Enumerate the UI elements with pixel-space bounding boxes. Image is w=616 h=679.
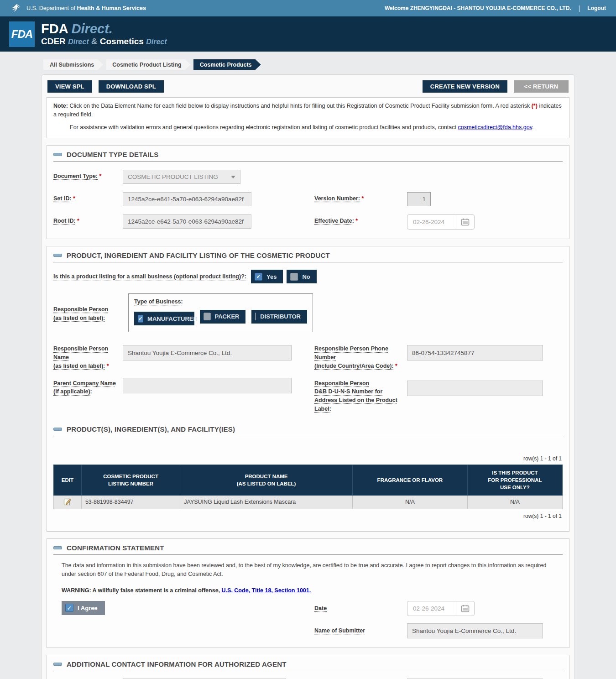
date-label[interactable]: Date (314, 601, 407, 616)
name-of-submitter-label[interactable]: Name of Submitter (314, 623, 407, 638)
main-content-card: VIEW SPL DOWNLOAD SPL CREATE NEW VERSION… (41, 74, 575, 679)
assistance-text: For assistance with validation errors an… (53, 123, 563, 132)
hhs-top-bar: U.S. Department of Health & Human Servic… (0, 0, 616, 16)
business-type-distributor-checkbox[interactable]: DISTRIBUTOR (251, 310, 307, 324)
products-table-header: PRODUCT(S), INGREDIENT(S), AND FACILITY(… (53, 425, 563, 436)
confirmation-header: CONFIRMATION STATEMENT (53, 544, 563, 555)
calendar-icon[interactable] (456, 601, 474, 616)
responsible-person-name-label[interactable]: Responsible Person Name (as listed on la… (53, 342, 123, 370)
breadcrumb-cosmetic-products[interactable]: Cosmetic Products (193, 59, 261, 70)
root-id-label[interactable]: Root ID: * (53, 214, 123, 230)
type-of-business-label[interactable]: Type of Business: (134, 298, 307, 306)
responsible-person-name-input[interactable] (123, 345, 292, 360)
collapse-icon[interactable] (53, 254, 62, 257)
warning-text: WARNING: A willfully false statement is … (53, 587, 563, 594)
duns-number-label[interactable]: Responsible Person D&B D-U-N-S Number fo… (314, 377, 407, 413)
responsible-person-phone-label[interactable]: Responsible Person Phone Number (Include… (314, 342, 407, 370)
version-number-input[interactable] (407, 192, 431, 206)
col-header-listing-number: COSMETIC PRODUCT LISTING NUMBER (81, 465, 180, 495)
responsible-person-phone-input[interactable] (407, 345, 543, 360)
cell-product-name: JAYSUING Liquid Lash Extensions Mascara (180, 495, 353, 509)
chevron-down-icon (231, 176, 235, 178)
set-id-input[interactable] (123, 192, 251, 206)
app-header: FDA FDA Direct. CDER Direct & Cosmetics … (0, 16, 616, 52)
small-business-label[interactable]: Is this a product listing for a small bu… (53, 272, 246, 281)
checkbox-unchecked-icon (204, 313, 210, 320)
section-title: ADDITIONAL CONTACT INFORMATION FOR AUTHO… (67, 660, 287, 668)
confirmation-date-value[interactable]: 02-26-2024 (407, 601, 456, 616)
business-type-packer-checkbox[interactable]: PACKER (200, 310, 245, 324)
collapse-icon[interactable] (53, 153, 62, 156)
hhs-eagle-icon (10, 3, 22, 13)
small-business-no-checkbox[interactable]: No (287, 270, 316, 283)
checkbox-checked-icon: ✓ (138, 315, 143, 323)
root-id-input[interactable] (123, 214, 251, 229)
document-type-label[interactable]: Document Type: * (53, 170, 123, 184)
cosmeticsdirect-email-link[interactable]: cosmeticsdirect@fda.hhs.gov (458, 124, 532, 131)
col-header-fragrance: FRAGRANCE OR FLAVOR (352, 465, 467, 495)
fda-direct-title: FDA Direct. (41, 22, 167, 36)
collapse-icon[interactable] (53, 546, 62, 549)
document-type-select[interactable]: COSMETIC PRODUCT LISTING (123, 170, 240, 184)
cell-fragrance: N/A (352, 495, 467, 509)
topbar-divider: | (579, 5, 580, 12)
version-number-label[interactable]: Version Number: * (314, 192, 407, 203)
products-table: EDIT COSMETIC PRODUCT LISTING NUMBER PRO… (53, 465, 563, 509)
breadcrumb: All Submissions Cosmetic Product Listing… (43, 59, 616, 70)
toolbar: VIEW SPL DOWNLOAD SPL CREATE NEW VERSION… (47, 80, 569, 93)
create-new-version-button[interactable]: CREATE NEW VERSION (423, 80, 507, 93)
col-header-professional-use: IS THIS PRODUCT FOR PROFESSIONAL USE ONL… (467, 465, 562, 495)
checkbox-unchecked-icon (290, 273, 298, 281)
product-section-header: PRODUCT, INGREDIENT AND FACILITY LISTING… (53, 251, 563, 262)
checkbox-unchecked-icon (255, 313, 256, 320)
confirmation-statement-section: CONFIRMATION STATEMENT The data and info… (47, 538, 569, 648)
section-title: CONFIRMATION STATEMENT (67, 544, 164, 552)
cder-cosmetics-subtitle: CDER Direct & Cosmetics Direct (41, 37, 167, 46)
app-title: FDA Direct. CDER Direct & Cosmetics Dire… (41, 22, 167, 46)
duns-number-input[interactable] (407, 381, 543, 396)
product-ingredient-facility-section: PRODUCT, INGREDIENT AND FACILITY LISTING… (47, 246, 569, 532)
name-of-submitter-input[interactable] (407, 623, 543, 638)
note-box: Note: Click on the Data Element Name for… (47, 97, 569, 138)
calendar-icon[interactable] (456, 215, 474, 229)
effective-date-value[interactable]: 02-26-2024 (407, 215, 456, 229)
effective-date-label[interactable]: Effective Date: * (314, 214, 407, 225)
additional-contact-header: ADDITIONAL CONTACT INFORMATION FOR AUTHO… (53, 660, 563, 671)
document-type-details-section: DOCUMENT TYPE DETAILS Document Type: * C… (47, 145, 569, 239)
responsible-person-label[interactable]: Responsible Person (as listed on label): (53, 293, 123, 332)
return-button[interactable]: << RETURN (514, 80, 569, 93)
effective-date-picker: 02-26-2024 (407, 214, 475, 230)
confirmation-text: The data and information in this submiss… (53, 561, 563, 579)
fda-logo: FDA (9, 21, 35, 47)
hhs-department-label: U.S. Department of Health & Human Servic… (26, 5, 146, 11)
breadcrumb-cosmetic-product-listing[interactable]: Cosmetic Product Listing (106, 59, 190, 70)
edit-row-button[interactable] (54, 495, 82, 509)
confirmation-date-picker: 02-26-2024 (407, 601, 475, 616)
type-of-business-group: Type of Business: ✓ MANUFACTURER PACKER … (128, 293, 313, 332)
welcome-user-label: Welcome ZHENGYINGDAI - SHANTOU YOUJIA E-… (385, 5, 571, 11)
col-header-edit: EDIT (54, 465, 82, 495)
section-title: DOCUMENT TYPE DETAILS (67, 151, 158, 158)
set-id-label[interactable]: Set ID: * (53, 192, 123, 206)
view-spl-button[interactable]: VIEW SPL (47, 80, 92, 93)
breadcrumb-all-submissions[interactable]: All Submissions (43, 59, 103, 70)
document-type-details-header: DOCUMENT TYPE DETAILS (53, 151, 563, 162)
col-header-product-name: PRODUCT NAME (AS LISTED ON LABEL) (180, 465, 353, 495)
table-row: 53-881998-834497 JAYSUING Liquid Lash Ex… (54, 495, 563, 509)
cell-professional-use: N/A (467, 495, 562, 509)
rows-info-bottom: row(s) 1 - 1 of 1 (53, 513, 562, 519)
business-type-manufacturer-checkbox[interactable]: ✓ MANUFACTURER (134, 312, 194, 325)
small-business-yes-checkbox[interactable]: ✓ Yes (251, 270, 283, 283)
rows-info-top: row(s) 1 - 1 of 1 (53, 455, 562, 462)
download-spl-button[interactable]: DOWNLOAD SPL (99, 80, 164, 93)
us-code-link[interactable]: U.S. Code, Title 18, Section 1001. (222, 587, 311, 594)
logout-link[interactable]: Logout (587, 5, 606, 11)
parent-company-name-label[interactable]: Parent Company Name (if applicable): (53, 377, 123, 413)
collapse-icon[interactable] (53, 663, 62, 666)
cell-listing-number: 53-881998-834497 (81, 495, 180, 509)
note-text: Note: Click on the Data Element Name for… (53, 102, 563, 120)
collapse-icon[interactable] (53, 428, 62, 431)
parent-company-name-input[interactable] (123, 378, 292, 393)
additional-contact-section: ADDITIONAL CONTACT INFORMATION FOR AUTHO… (47, 655, 569, 679)
section-title: PRODUCT, INGREDIENT AND FACILITY LISTING… (67, 251, 330, 259)
